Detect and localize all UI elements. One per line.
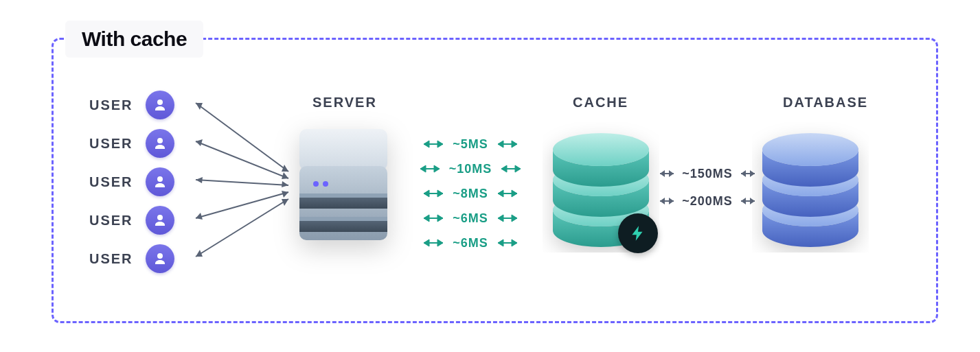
svg-marker-58 bbox=[669, 170, 674, 177]
user-row: USER bbox=[89, 86, 174, 124]
timing-row: ~5MS bbox=[409, 132, 532, 156]
svg-marker-43 bbox=[437, 215, 443, 222]
user-label: USER bbox=[89, 97, 133, 113]
users-column: USER USER USER USER USER bbox=[89, 86, 174, 278]
svg-marker-64 bbox=[669, 198, 674, 204]
timing-value: ~6MS bbox=[453, 236, 488, 250]
database-label: DATABASE bbox=[783, 95, 868, 110]
svg-rect-20 bbox=[299, 193, 387, 198]
arrow-bidir-icon bbox=[657, 196, 676, 207]
user-label: USER bbox=[89, 136, 133, 152]
svg-point-55 bbox=[553, 133, 649, 166]
svg-marker-57 bbox=[660, 170, 665, 177]
server-icon bbox=[295, 125, 391, 246]
db-timing-row: ~200MS bbox=[659, 187, 755, 215]
arrow-bidir-icon bbox=[421, 237, 446, 248]
db-timing-value: ~150MS bbox=[682, 167, 733, 181]
svg-marker-39 bbox=[498, 190, 503, 197]
svg-marker-52 bbox=[512, 239, 517, 246]
timing-value: ~6MS bbox=[453, 211, 488, 226]
svg-marker-33 bbox=[501, 165, 507, 172]
svg-point-17 bbox=[313, 181, 319, 187]
svg-rect-22 bbox=[299, 217, 387, 221]
cache-bolt-icon bbox=[618, 213, 658, 253]
svg-marker-66 bbox=[741, 198, 746, 204]
user-avatar-icon bbox=[146, 129, 174, 158]
timing-value: ~5MS bbox=[453, 137, 488, 152]
user-row: USER bbox=[89, 239, 174, 278]
svg-marker-42 bbox=[424, 215, 429, 222]
timing-row: ~6MS bbox=[409, 231, 532, 255]
database-icon bbox=[752, 122, 869, 253]
user-row: USER bbox=[89, 163, 174, 201]
arrow-bidir-icon bbox=[499, 163, 523, 174]
svg-marker-28 bbox=[512, 141, 517, 148]
timing-value: ~8MS bbox=[453, 187, 488, 201]
server-label: SERVER bbox=[312, 95, 377, 110]
user-label: USER bbox=[89, 213, 133, 228]
svg-marker-30 bbox=[420, 165, 426, 172]
timing-row: ~6MS bbox=[409, 206, 532, 231]
user-label: USER bbox=[89, 174, 133, 190]
arrow-bidir-icon bbox=[495, 237, 520, 248]
arrow-bidir-icon bbox=[421, 139, 446, 150]
timing-row: ~8MS bbox=[409, 181, 532, 206]
svg-marker-48 bbox=[424, 239, 429, 246]
arrow-bidir-icon bbox=[657, 168, 676, 179]
svg-marker-36 bbox=[424, 190, 429, 197]
user-avatar-icon bbox=[146, 206, 174, 235]
user-row: USER bbox=[89, 124, 174, 163]
svg-marker-49 bbox=[437, 239, 443, 246]
svg-marker-40 bbox=[512, 190, 517, 197]
svg-marker-45 bbox=[498, 215, 503, 222]
svg-marker-27 bbox=[498, 141, 503, 148]
svg-marker-60 bbox=[741, 170, 746, 177]
svg-marker-46 bbox=[512, 215, 517, 222]
user-row: USER bbox=[89, 201, 174, 239]
user-label: USER bbox=[89, 251, 133, 267]
svg-marker-24 bbox=[424, 141, 429, 148]
svg-marker-31 bbox=[434, 165, 440, 172]
arrow-bidir-icon bbox=[495, 188, 520, 199]
diagram-title: With cache bbox=[65, 21, 203, 58]
cache-label: CACHE bbox=[573, 95, 628, 110]
user-avatar-icon bbox=[146, 244, 174, 273]
db-timing-value: ~200MS bbox=[682, 194, 733, 209]
arrow-bidir-icon bbox=[495, 139, 520, 150]
timing-row: ~10MS bbox=[409, 156, 532, 181]
svg-marker-51 bbox=[498, 239, 503, 246]
user-avatar-icon bbox=[146, 167, 174, 196]
timing-value: ~10MS bbox=[449, 162, 492, 176]
svg-marker-25 bbox=[437, 141, 443, 148]
svg-point-70 bbox=[762, 133, 858, 166]
arrow-bidir-icon bbox=[418, 163, 442, 174]
db-timing-row: ~150MS bbox=[659, 160, 755, 187]
svg-marker-63 bbox=[660, 198, 665, 204]
cache-timings: ~5MS ~10MS ~8MS ~6MS ~6MS bbox=[409, 132, 532, 255]
svg-point-18 bbox=[323, 181, 328, 187]
user-avatar-icon bbox=[146, 91, 174, 119]
db-timings: ~150MS ~200MS bbox=[659, 160, 755, 215]
arrow-bidir-icon bbox=[421, 213, 446, 224]
svg-marker-37 bbox=[437, 190, 443, 197]
svg-marker-34 bbox=[515, 165, 521, 172]
svg-rect-15 bbox=[299, 129, 387, 170]
arrow-bidir-icon bbox=[495, 213, 520, 224]
arrow-bidir-icon bbox=[421, 188, 446, 199]
